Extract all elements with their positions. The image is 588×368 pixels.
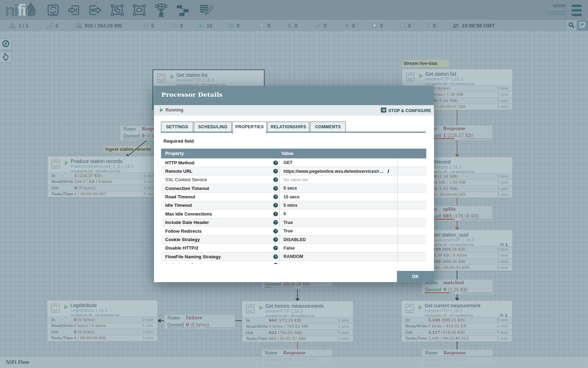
stat-window: 5 min (338, 336, 349, 341)
property-row[interactable]: Connection Timeout ? 5 secs (161, 184, 426, 192)
search-button[interactable] (566, 20, 577, 31)
property-name: Cookie Strategy (165, 237, 200, 242)
property-row[interactable]: HTTP Method ? GET (161, 158, 426, 167)
p-get-current-measurement[interactable]: Get current measurement InvokeHTTP 1.16.… (401, 300, 512, 341)
stat-value: 1 / 00:00:00.067 (74, 192, 106, 196)
property-row[interactable]: Cookie Strategy ? DISABLED (161, 236, 426, 244)
help-icon[interactable]: ? (273, 229, 278, 233)
processor-stat-row: Tasks/Time 3,440 / 00:02:40.913 5 min (401, 335, 512, 342)
template-icon[interactable] (176, 4, 190, 16)
column-separator (397, 244, 398, 252)
help-icon[interactable]: ? (273, 203, 278, 207)
help-icon[interactable]: ? (273, 212, 278, 216)
connection-name-key: Name (167, 315, 180, 320)
tab-properties[interactable]: PROPERTIES (232, 122, 267, 134)
output-port-icon[interactable] (89, 4, 102, 16)
help-icon[interactable]: ? (273, 186, 278, 191)
status-item-running[interactable]: 15 (199, 23, 229, 28)
c-failure[interactable]: Name Failure Queued 0 (0 bytes) (164, 314, 235, 329)
stat-window: 5 min (338, 330, 349, 335)
property-value: 5 mins (284, 203, 298, 208)
refresh-icon[interactable] (453, 23, 459, 28)
status-item-queued[interactable]: 920 / 264.29 MB (76, 23, 143, 28)
run-status-icon (419, 305, 422, 310)
status-item-locally-modified[interactable]: 0 (345, 23, 372, 28)
status-item-disabled[interactable]: 0 (287, 23, 316, 28)
hamburger-icon[interactable] (572, 5, 582, 16)
help-icon[interactable]: ? (273, 195, 278, 199)
status-item-up-to-date[interactable]: 0 (316, 23, 345, 28)
help-icon[interactable]: ? (273, 246, 278, 250)
ok-button[interactable]: OK (397, 271, 434, 282)
property-row[interactable]: Disable HTTP/2 ? False (161, 244, 426, 252)
column-separator (279, 244, 280, 252)
status-item-threads[interactable]: 2 (47, 23, 76, 29)
status-item-stopped[interactable]: 0 (229, 23, 258, 28)
connection-path[interactable] (128, 140, 147, 155)
status-item-not-transmitting[interactable]: 0 (172, 23, 199, 28)
label-icon[interactable] (199, 4, 213, 16)
funnel-icon[interactable] (155, 3, 167, 17)
stale-icon (372, 23, 377, 28)
help-icon[interactable]: ? (273, 177, 278, 182)
backpressure-size-bar (461, 219, 491, 220)
help-icon[interactable]: ? (273, 263, 278, 264)
help-icon[interactable]: ? (273, 169, 278, 173)
column-separator (397, 218, 398, 226)
stat-window: 5 min (497, 98, 508, 103)
property-row[interactable]: Follow Redirects ? True (161, 227, 426, 235)
column-separator (397, 201, 398, 209)
connection-queued-value: 1 (228.57 KB) (443, 133, 473, 138)
canvas-panel-button[interactable] (577, 20, 588, 31)
p-get-historic-measurements[interactable]: Get historic measurements InvokeHTTP 1.1… (242, 301, 354, 341)
processor-stat-row: Read/Write 0 bytes / 418.02 KB 5 min (401, 323, 512, 329)
info-icon[interactable]: i (387, 169, 389, 174)
status-value: 15 (206, 23, 212, 28)
processor-icon[interactable] (47, 4, 59, 16)
logout-link[interactable]: LOG OUT (549, 11, 566, 14)
property-row[interactable]: Max Idle Connections ? 5 (161, 210, 426, 218)
tab-scheduling[interactable]: SCHEDULING (194, 122, 232, 132)
remote-process-group-icon[interactable] (133, 4, 146, 16)
stat-window: 5 min (497, 253, 508, 258)
process-group-icon[interactable] (111, 4, 124, 16)
property-name: Include Date Header (165, 220, 209, 225)
status-item-sync-failure[interactable]: ? 0 (427, 23, 453, 28)
stat-label: Tasks/Time (405, 336, 427, 341)
status-value: 0 (433, 23, 436, 28)
help-icon[interactable]: ? (273, 254, 278, 259)
tab-settings[interactable]: SETTINGS (161, 122, 193, 132)
property-row[interactable]: SSL Context Service ? No value set (161, 176, 426, 184)
property-value: https://www.pegelonline.wsv.de/webservic… (284, 169, 389, 174)
property-row[interactable]: Attributes to Send ? No value set (161, 261, 426, 264)
p-log-attribute[interactable]: LogAttribute LogAttribute 1.16.3 org.apa… (47, 300, 158, 341)
status-item-stale[interactable]: 0 (372, 23, 400, 28)
processor-type: InvokeHTTP 1.16.3 (265, 309, 303, 314)
last-refresh-time: 13:00:58 GMT (462, 23, 495, 28)
stat-value: 3,440 / 00:02:40.913 (428, 336, 469, 341)
stop-configure-button[interactable]: STOP & CONFIGURE (380, 107, 431, 114)
property-row[interactable]: Include Date Header ? True (161, 218, 426, 227)
help-icon[interactable]: ? (273, 237, 278, 242)
breadcrumb[interactable]: NiFi Flow (6, 360, 29, 365)
property-row[interactable]: Read Timeout ? 15 secs (161, 193, 426, 201)
processor-title: LogAttribute (70, 302, 97, 308)
property-name: Disable HTTP/2 (165, 245, 198, 251)
tab-comments[interactable]: COMMENTS (310, 122, 346, 132)
processor-stat-row: Read/Write 0 bytes / 0 bytes 5 min (47, 323, 158, 329)
tab-relationships[interactable]: RELATIONSHIPS (267, 122, 309, 132)
property-row[interactable]: Idle Timeout ? 5 mins (161, 201, 426, 210)
help-icon[interactable]: ? (273, 220, 278, 225)
help-icon[interactable]: ? (273, 161, 278, 165)
property-row[interactable]: Remote URL ? https://www.pegelonline.wsv… (161, 167, 426, 175)
stat-value: 664 / 00:01:57.986 (269, 336, 306, 341)
property-row[interactable]: FlowFile Naming Strategy ? RANDOM (161, 252, 426, 261)
input-port-icon[interactable] (68, 4, 80, 16)
status-item-cluster[interactable]: 1 / 1 (9, 23, 47, 29)
connection-name-row: Name Response (262, 350, 332, 357)
p-produce-station-records[interactable]: Produce station records PublishKafkaReco… (47, 156, 159, 197)
status-item-locally-modified-stale[interactable]: 0 (400, 23, 427, 28)
connection-name-value: matched (443, 280, 464, 285)
status-item-invalid[interactable]: 0 (258, 23, 287, 28)
status-item-transmitting[interactable]: 0 (143, 23, 172, 28)
